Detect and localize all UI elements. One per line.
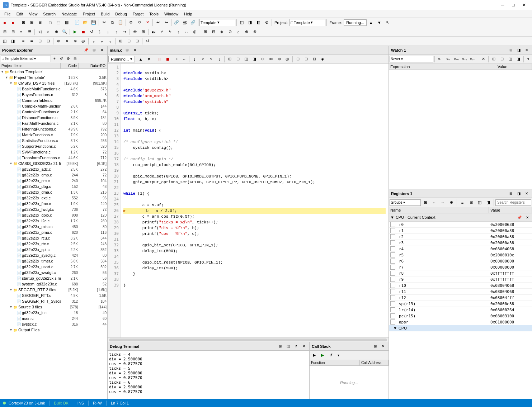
ed-up[interactable]: ▲ (137, 55, 145, 63)
tree-row[interactable]: ▶📄MatrixFunctions.c7.9K200 (0, 132, 107, 138)
cs-run[interactable]: ▶ (319, 351, 326, 359)
register-row[interactable]: r80xffffffff (389, 270, 532, 276)
register-row[interactable]: r40x08004068 (389, 246, 532, 252)
reg-checkbox[interactable] (390, 271, 395, 276)
tree-row[interactable]: ▶📄ControllerFunctions.c2.1K64 (0, 109, 107, 115)
dt-btn2[interactable]: ◫ (285, 343, 291, 350)
tree-row[interactable]: ▶📄gd32e23x_crc.c240104 (0, 178, 107, 184)
undo-button[interactable]: ↩ (154, 19, 162, 27)
reg-checkbox[interactable] (390, 265, 395, 270)
menu-search[interactable]: Search (40, 10, 58, 18)
menu-file[interactable]: File (1, 10, 14, 18)
w-layout4[interactable]: ◨ (514, 55, 522, 63)
menu-project[interactable]: Project (80, 10, 98, 18)
w-layout1[interactable]: ⊞ (490, 55, 498, 63)
tb3-14[interactable]: ⊞ (117, 37, 124, 45)
tree-row[interactable]: ▶📄BasicMathFunctions.c4.8K376 (0, 86, 107, 92)
reg-group-close[interactable]: ✕ (524, 214, 531, 221)
tb3-7[interactable]: ⊕ (55, 37, 62, 45)
tb2-7[interactable]: ⊕ (52, 28, 60, 36)
register-row[interactable]: pc(r15)0x08003100 (389, 313, 532, 319)
tree-row[interactable]: ▶📄systick.c31644 (0, 321, 107, 327)
tree-row[interactable]: ▶📄gd32e23x_exti.c55296 (0, 195, 107, 201)
register-row[interactable]: r60x00000000 (389, 258, 532, 264)
tb3-8[interactable]: ✕ (63, 37, 71, 45)
reg-tb1[interactable]: ⊞ (422, 199, 429, 207)
reg-subgroup-cpu[interactable]: ▼ CPU (389, 325, 532, 331)
tb2-step6[interactable]: ◎ (191, 28, 199, 36)
menu-target[interactable]: Target (130, 10, 147, 18)
tb2-4[interactable]: ≣ (25, 28, 33, 36)
cs-close-button[interactable]: ✕ (380, 343, 386, 350)
tb3-12[interactable]: ⬧ (98, 37, 106, 45)
tree-row[interactable]: ▼📁Output Files (0, 327, 107, 333)
step-out-button[interactable]: ↑ (112, 28, 120, 36)
locals-btn[interactable]: ⊞ (139, 28, 147, 36)
pe-settings-button[interactable]: ⚙ (65, 56, 71, 62)
tb2-misc3[interactable]: ◈ (218, 28, 226, 36)
register-row[interactable]: r90xffffffff (389, 276, 532, 283)
ed-misc4[interactable]: ◨ (250, 55, 258, 63)
ed-run-to[interactable]: ⇢ (172, 55, 180, 63)
tb-chain-button[interactable]: 🔗 (173, 19, 180, 27)
register-row[interactable]: r120x08004fff (389, 295, 532, 301)
rebuild-button[interactable]: ↺ (135, 19, 143, 27)
reg-close-button[interactable]: ✕ (523, 190, 530, 197)
reset-button[interactable]: ↺ (88, 28, 95, 36)
tb-misc1[interactable]: ◫ (238, 19, 246, 27)
tree-row[interactable]: ▶📄main.c24460 (0, 316, 107, 321)
reg-checkbox[interactable] (390, 234, 395, 239)
reg-checkbox[interactable] (390, 246, 395, 251)
tree-row[interactable]: ▶📄gd32e23x_usart.c2.7K592 (0, 264, 107, 270)
w-close-button[interactable]: ✕ (523, 47, 530, 53)
tb2-3[interactable]: ≡ (17, 28, 25, 36)
ed-down[interactable]: ▼ (145, 55, 153, 63)
close-button[interactable]: ✕ (519, 1, 529, 9)
reg-checkbox[interactable] (390, 228, 395, 233)
tb2-misc4[interactable]: ⊙ (226, 28, 234, 36)
ed-misc3[interactable]: ◫ (242, 55, 250, 63)
frame-up[interactable]: ▲ (367, 19, 375, 27)
tree-row[interactable]: ▼📁Project 'Template'16.3K3.5K (0, 75, 107, 80)
reg-tb7[interactable]: ◫ (476, 199, 484, 207)
tb2-misc6[interactable]: ⊕ (243, 28, 250, 36)
ed-step4[interactable]: ↕ (215, 55, 223, 63)
tb-btn-8[interactable]: ▤ (63, 19, 71, 27)
tree-row[interactable]: ▶📄gd32e23x_dma.c1.3K216 (0, 189, 107, 195)
tree-arrow[interactable]: ▼ (9, 162, 13, 165)
cs-btn1[interactable]: ⊞ (372, 343, 378, 350)
menu-navigate[interactable]: Navigate (58, 10, 80, 18)
tb3-9[interactable]: ⊗ (71, 37, 79, 45)
w-delete[interactable]: ✕ (479, 55, 487, 63)
tb3-11[interactable]: ⬦ (90, 37, 98, 45)
tree-row[interactable]: ▼📁Source 3 files[578][144] (0, 304, 107, 310)
run-button[interactable]: ▶ (71, 28, 79, 36)
tb3-3[interactable]: ≡ (19, 37, 27, 45)
tree-row[interactable]: ▶📄gd32e23x_timer.c5.8K584 (0, 258, 107, 264)
tree-arrow[interactable]: ▼ (1, 70, 4, 74)
tree-row[interactable]: ▶📄gd32e23x_rcu.c3.2K344 (0, 235, 107, 241)
pe-layout-button[interactable]: ⊞ (91, 47, 97, 53)
tb-chain2-button[interactable]: ⛓ (181, 19, 189, 27)
tree-row[interactable]: ▶📄DistanceFunctions.c3.9K184 (0, 115, 107, 120)
tb3-2[interactable]: ◨ (9, 37, 17, 45)
reg-tb2[interactable]: ← (430, 199, 438, 207)
menu-edit[interactable]: Edit (14, 10, 26, 18)
tree-row[interactable]: ▶📄gd32e23x_it.c1840 (0, 310, 107, 316)
pe-add-button[interactable]: + (51, 56, 58, 62)
tb2-step4[interactable]: ↕ (174, 28, 182, 36)
frame-down[interactable]: ▼ (375, 19, 383, 27)
tree-row[interactable]: ▶📄SVMFunctions.c1.2K72 (0, 149, 107, 155)
tb-chain3-button[interactable]: 🔗 (189, 19, 197, 27)
tb2-misc7[interactable]: ⊗ (251, 28, 259, 36)
tree-arrow[interactable]: ▼ (9, 288, 13, 292)
tree-row[interactable]: ▶📄StatisticsFunctions.c3.7K256 (0, 138, 107, 143)
save-button[interactable]: 💾 (90, 19, 98, 27)
w-btn1[interactable]: ⊞ (508, 47, 514, 53)
reg-btn2[interactable]: ◨ (515, 190, 522, 197)
tb2-step5[interactable]: ↔ (183, 28, 190, 36)
ed-nav1[interactable]: ⊞ (294, 55, 302, 63)
tree-row[interactable]: ▶📄gd32e23x_syscfg.c42480 (0, 252, 107, 258)
tree-row[interactable]: ▶📄BayesFunctions.c3128 (0, 92, 107, 98)
tree-row[interactable]: ▶📄FilteringFunctions.c49.9K792 (0, 126, 107, 132)
